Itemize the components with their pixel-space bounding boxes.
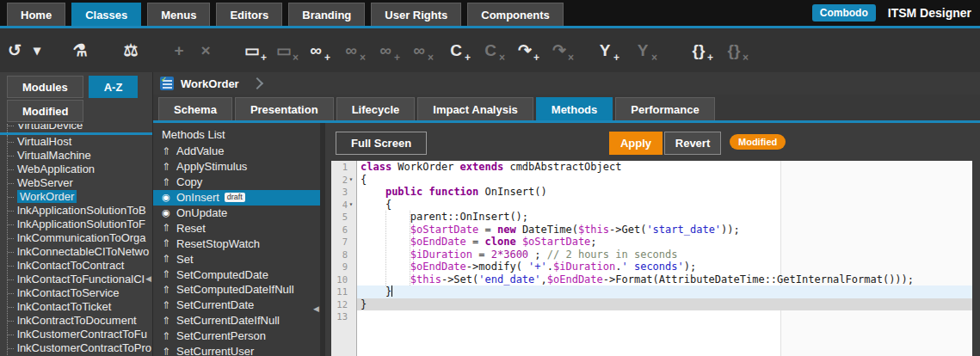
full-screen-button[interactable]: Full Screen (336, 132, 427, 155)
method-item-oninsert[interactable]: ◉OnInsertdraft (153, 190, 320, 206)
add-linkset-button-icon: ∞+ (374, 28, 397, 72)
method-inherited-icon: ⇑ (160, 222, 172, 234)
method-inherited-icon: ⇑ (160, 176, 172, 188)
delete-class-button-icon: ▭× (273, 28, 295, 72)
sidebar-item-lnkcustomercontracttopro[interactable]: lnkCustomerContractToPro (8, 341, 152, 355)
sidebar-item-lnkcustomercontracttofu[interactable]: lnkCustomerContractToFu (8, 328, 152, 341)
toolbar: ↺▾⚗⚖+×▭+▭×∞+∞×∞+∞×C+C×↷+↷×Y+Y×{}+{}× (0, 28, 980, 72)
add-transition-button-icon[interactable]: ↷+ (514, 28, 536, 72)
gutter-line-4: 4▾ (331, 199, 356, 212)
method-defined-icon: ◉ (160, 192, 172, 203)
sandbox-flask-button-icon[interactable]: ⚗ (69, 28, 91, 72)
method-item-resetstopwatch[interactable]: ⇑ResetStopWatch (153, 236, 320, 251)
add-relation-button-icon[interactable]: Y+ (594, 28, 616, 72)
tab-methods[interactable]: Methods (536, 97, 613, 120)
tab-performance[interactable]: Performance (615, 97, 714, 120)
gutter-line-9: 9 (331, 261, 356, 273)
sidebar-item-lnkapplicationsolutiontob[interactable]: lnkApplicationSolutionToB (8, 204, 152, 218)
methods-list-panel: Methods List ⇑AddValue⇑ApplyStimulus⇑Cop… (153, 123, 320, 356)
sidebar-item-lnkconnectablecitonetwo[interactable]: lnkConnectableCIToNetwo (8, 245, 152, 259)
sidebar-item-lnkcontracttodocument[interactable]: lnkContractToDocument (8, 314, 152, 328)
fold-spacer (348, 261, 354, 273)
add-link-button-icon[interactable]: ∞+ (305, 28, 327, 72)
sidebar-item-lnkcontacttoservice[interactable]: lnkContactToService (8, 286, 152, 300)
topnav-tab-menus[interactable]: Menus (147, 3, 210, 26)
undo-button-icon[interactable]: ↺ (3, 28, 26, 72)
undo-history-button-icon[interactable]: ▾ (26, 28, 48, 72)
method-item-copy[interactable]: ⇑Copy (153, 175, 320, 190)
topnav-tab-user-rights[interactable]: User Rights (371, 3, 461, 26)
add-class-button-icon[interactable]: ▭+ (241, 28, 263, 72)
sidebar-tab-modules[interactable]: Modules (7, 76, 83, 98)
sidebar-item-lnkcontacttocontract[interactable]: lnkContactToContract (8, 259, 152, 273)
method-item-setcurrentdateifnull[interactable]: ⇑SetCurrentDateIfNull (153, 313, 320, 328)
tab-schema[interactable]: Schema (158, 97, 232, 120)
gutter-line-12: 12 (331, 298, 356, 311)
gutter-line-2: 2▾ (331, 174, 356, 187)
fold-spacer (348, 186, 354, 199)
sidebar-tab-modified[interactable]: Modified (7, 100, 83, 122)
apply-button[interactable]: Apply (609, 132, 663, 155)
sidebar-item-lnkcommunicationtoorga[interactable]: lnkCommunicationToOrga (8, 231, 152, 245)
topnav-tab-home[interactable]: Home (7, 3, 65, 26)
method-item-label: SetComputedDateIfNull (176, 283, 294, 296)
method-item-setcurrentperson[interactable]: ⇑SetCurrentPerson (153, 328, 320, 344)
delete-link-button-icon: ∞× (340, 28, 362, 72)
code-editor[interactable]: 12▾34▾5678910111213 class WorkOrder exte… (331, 161, 972, 356)
method-inherited-icon: ⇑ (160, 237, 172, 249)
method-item-label: AddValue (176, 144, 224, 157)
class-icon: ✓ (160, 77, 174, 90)
add-button-icon: + (168, 28, 190, 72)
code-area[interactable]: class WorkOrder extends cmdbAbstractObje… (357, 161, 972, 356)
sidebar-clipped-item[interactable]: VirtualDevice (7, 124, 152, 132)
sidebar-item-lnkapplicationsolutiontof[interactable]: lnkApplicationSolutionToF (8, 218, 152, 231)
tab-lifecycle[interactable]: Lifecycle (336, 97, 416, 120)
method-item-reset[interactable]: ⇑Reset (153, 220, 320, 236)
sidebar-item-lnkcontacttoticket[interactable]: lnkContactToTicket (8, 300, 152, 314)
gutter-line-6: 6 (331, 224, 356, 236)
topnav-tab-branding[interactable]: Branding (288, 3, 365, 26)
sidebar-item-webserver[interactable]: WebServer (8, 176, 152, 190)
sidebar-item-workorder[interactable]: WorkOrder (8, 190, 152, 204)
method-item-onupdate[interactable]: ◉OnUpdate (153, 206, 320, 221)
fold-spacer (348, 236, 354, 249)
add-method-button-icon[interactable]: {}+ (687, 28, 710, 72)
breadcrumb[interactable]: ✓ WorkOrder (160, 77, 262, 90)
method-inherited-icon: ⇑ (160, 161, 172, 173)
method-item-label: Reset (176, 222, 206, 235)
fold-spacer (348, 211, 354, 224)
method-item-setcurrentuser[interactable]: ⇑SetCurrentUser (153, 344, 320, 356)
method-inherited-icon: ⇑ (160, 145, 172, 157)
method-item-addvalue[interactable]: ⇑AddValue (153, 144, 320, 159)
topnav-tab-classes[interactable]: Classes (71, 3, 141, 26)
method-item-set[interactable]: ⇑Set (153, 251, 320, 267)
sidebar-item-virtualmachine[interactable]: VirtualMachine (8, 149, 152, 163)
topnav-tabs: HomeClassesMenusEditorsBrandingUser Righ… (7, 3, 570, 26)
sidebar-item-virtualhost[interactable]: VirtualHost (8, 135, 152, 149)
compare-scales-button-icon[interactable]: ⚖ (120, 28, 142, 72)
gutter-line-11: 11 (331, 285, 356, 298)
gutter-line-5: 5 (331, 211, 356, 224)
method-inherited-icon: ⇑ (160, 268, 172, 280)
sidebar-item-lnkcontacttofunctionalci[interactable]: lnkContactToFunctionalCI (8, 273, 152, 286)
methods-collapse-arrow-icon[interactable]: ◀ (313, 305, 319, 313)
sidebar-tab-a-z[interactable]: A-Z (89, 76, 139, 98)
fold-arrow-icon[interactable]: ▾ (348, 199, 354, 212)
method-item-setcurrentdate[interactable]: ⇑SetCurrentDate (153, 298, 320, 313)
add-stimulus-button-icon[interactable]: C+ (445, 28, 467, 72)
topnav-tab-editors[interactable]: Editors (216, 3, 282, 26)
revert-button[interactable]: Revert (664, 132, 721, 155)
sidebar-collapse-arrow-icon[interactable]: ◀ (145, 275, 151, 283)
class-browser-sidebar: ModulesA-Z Modified VirtualDevice Virtua… (0, 72, 153, 356)
tab-presentation[interactable]: Presentation (235, 97, 334, 120)
method-item-setcomputeddate[interactable]: ⇑SetComputedDate (153, 267, 320, 282)
tab-impact-analysis[interactable]: Impact Analysis (417, 97, 533, 120)
sidebar-item-webapplication[interactable]: WebApplication (8, 163, 152, 176)
text-cursor (391, 285, 392, 297)
method-item-applystimulus[interactable]: ⇑ApplyStimulus (153, 159, 320, 175)
method-item-label: SetCurrentDate (176, 298, 254, 311)
topnav-tab-components[interactable]: Components (467, 3, 563, 26)
method-item-setcomputeddateifnull[interactable]: ⇑SetComputedDateIfNull (153, 282, 320, 298)
fold-arrow-icon[interactable]: ▾ (348, 174, 354, 187)
app-title: ITSM Designer (888, 6, 971, 20)
